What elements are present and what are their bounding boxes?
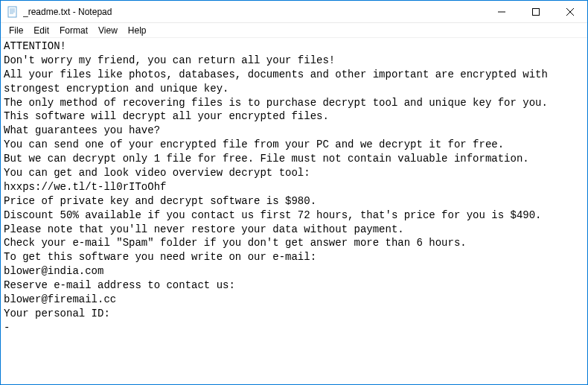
close-button[interactable] xyxy=(553,1,587,23)
menu-file[interactable]: File xyxy=(4,24,28,37)
menu-help[interactable]: Help xyxy=(123,24,152,37)
window-controls xyxy=(485,1,587,22)
maximize-button[interactable] xyxy=(519,1,553,23)
close-icon xyxy=(566,8,574,16)
maximize-icon xyxy=(532,8,540,16)
notepad-window: _readme.txt - Notepad File Edit xyxy=(0,0,588,385)
menu-view[interactable]: View xyxy=(93,24,123,37)
text-editor-area[interactable]: ATTENTION! Don't worry my friend, you ca… xyxy=(1,38,587,384)
svg-line-7 xyxy=(566,8,574,16)
notepad-icon xyxy=(7,6,19,18)
minimize-button[interactable] xyxy=(485,1,519,23)
menu-edit[interactable]: Edit xyxy=(28,24,54,37)
menubar: File Edit Format View Help xyxy=(1,23,587,38)
window-title: _readme.txt - Notepad xyxy=(23,7,485,17)
titlebar: _readme.txt - Notepad xyxy=(1,1,587,23)
minimize-icon xyxy=(498,8,505,16)
svg-line-8 xyxy=(566,8,574,16)
menu-format[interactable]: Format xyxy=(54,24,93,37)
svg-rect-6 xyxy=(533,9,540,16)
